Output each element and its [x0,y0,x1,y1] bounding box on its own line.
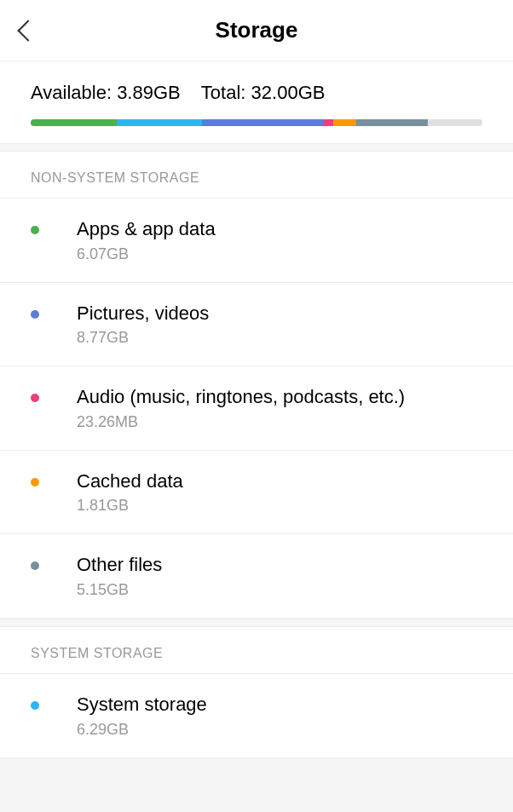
item-size: 23.26MB [77,413,482,431]
summary-text: Available: 3.89GB Total: 32.00GB [31,82,482,104]
dot-icon [31,226,39,234]
item-size: 6.29GB [77,721,482,739]
bar-segment [117,119,203,126]
item-size: 6.07GB [77,245,482,263]
item-label: System storage [77,693,482,717]
item-content: Cached data1.81GB [77,469,482,515]
item-content: Pictures, videos8.77GB [77,302,482,348]
item-label: Other files [77,553,482,578]
total-value: 32.00GB [251,82,326,103]
item-content: Apps & app data6.07GB [77,217,482,263]
item-label: Audio (music, ringtones, podcasts, etc.) [77,385,482,410]
item-size: 5.15GB [77,581,482,599]
page-header: Storage [0,0,513,61]
available-label: Available: [31,82,112,103]
item-label: Pictures, videos [77,302,482,326]
storage-item[interactable]: Cached data1.81GB [0,451,513,535]
dot-icon [31,478,39,487]
bar-segment [31,119,117,126]
item-label: Apps & app data [77,217,482,242]
section-gap [0,619,513,627]
section-header-system: SYSTEM STORAGE [0,627,513,674]
storage-item[interactable]: Apps & app data6.07GB [0,199,513,283]
item-content: System storage6.29GB [77,693,482,739]
dot-icon [31,394,39,402]
storage-item[interactable]: Audio (music, ringtones, podcasts, etc.)… [0,366,513,451]
storage-item[interactable]: Pictures, videos8.77GB [0,283,513,367]
bar-segment [428,119,482,126]
back-icon[interactable] [17,20,38,41]
bar-segment [333,119,356,126]
storage-item[interactable]: System storage6.29GB [0,674,513,758]
section-gap [0,143,513,152]
dot-icon [31,701,39,710]
item-content: Other files5.15GB [77,553,482,599]
non-system-list: Apps & app data6.07GBPictures, videos8.7… [0,199,513,619]
total-label: Total: [201,82,246,103]
storage-item[interactable]: Other files5.15GB [0,534,513,619]
dot-icon [31,310,39,319]
item-label: Cached data [77,469,482,494]
dot-icon [31,561,39,570]
item-content: Audio (music, ringtones, podcasts, etc.)… [77,385,482,431]
storage-summary: Available: 3.89GB Total: 32.00GB [0,61,513,143]
bar-segment [356,119,429,126]
item-size: 1.81GB [77,497,482,515]
item-size: 8.77GB [77,329,482,347]
storage-bar [31,119,482,126]
available-value: 3.89GB [117,82,181,103]
bar-segment [324,119,333,126]
bar-segment [202,119,324,126]
page-title: Storage [0,17,513,43]
section-header-non-system: NON-SYSTEM STORAGE [0,152,513,199]
system-list: System storage6.29GB [0,674,513,758]
